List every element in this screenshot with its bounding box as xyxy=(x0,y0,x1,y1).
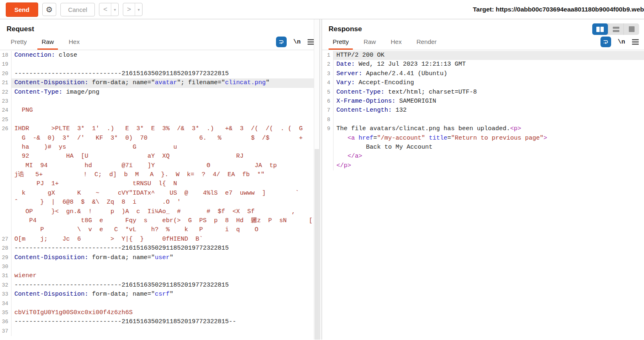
code-line[interactable]: 6X-Frame-Options: SAMEORIGIN xyxy=(322,97,644,106)
code-line[interactable]: PJ 1+ tRNSU l{ N xyxy=(0,179,320,188)
cancel-button[interactable]: Cancel xyxy=(60,3,95,16)
code-line[interactable]: 31wiener xyxy=(0,271,320,280)
request-wrap-toggle-button[interactable] xyxy=(276,37,287,47)
code-line[interactable]: 8 xyxy=(322,115,644,124)
request-settings-button[interactable]: ⚙ xyxy=(42,3,56,16)
code-line[interactable]: P \ v e C *vL h? % k P i q O xyxy=(0,225,320,234)
show-newlines-toggle[interactable]: \n xyxy=(618,39,625,46)
response-menu-button[interactable] xyxy=(632,39,639,45)
code-line[interactable]: </a> xyxy=(322,152,644,161)
line-number xyxy=(322,152,334,161)
code-line[interactable]: 35cbViT0IgU0Y1g00S0xc0xi00f4z6zh6S xyxy=(0,308,320,317)
tab-hex[interactable]: Hex xyxy=(64,36,84,50)
code-line[interactable]: 7Content-Length: 132 xyxy=(322,106,644,115)
line-text: X-Frame-Options: SAMEORIGIN xyxy=(334,97,644,106)
code-line[interactable]: 18Connection: close xyxy=(0,51,320,60)
forward-chevron-icon[interactable]: > xyxy=(123,3,135,16)
request-scrollbar[interactable] xyxy=(314,19,320,340)
code-line[interactable]: 3Server: Apache/2.4.41 (Ubuntu) xyxy=(322,69,644,78)
code-line[interactable]: 29Content-Disposition: form-data; name="… xyxy=(0,253,320,262)
line-number: 30 xyxy=(0,262,12,271)
line-text xyxy=(12,97,320,106)
line-text: <a href="/my-account" title="Return to p… xyxy=(334,134,644,143)
code-line[interactable]: 5Content-Type: text/html; charset=UTF-8 xyxy=(322,88,644,97)
request-scrollbar-thumb[interactable] xyxy=(315,149,319,340)
send-button[interactable]: Send xyxy=(6,2,38,17)
line-text: PNG xyxy=(12,106,320,115)
line-text xyxy=(334,115,644,124)
code-line[interactable]: P4 t8G e Fqy s ebr(> G PS p 8 Hd 軅z P sN… xyxy=(0,216,320,225)
code-line[interactable]: 33Content-Disposition: form-data; name="… xyxy=(0,290,320,299)
code-line[interactable]: ˆ } | 6@8 $ &\ Zq 8 i .O ' xyxy=(0,198,320,207)
line-text: MI 94 hd @7ï ]Y Θ JA tp n xyxy=(12,161,320,170)
line-text: -----------------------------21615163502… xyxy=(12,69,320,78)
response-wrap-toggle-button[interactable] xyxy=(600,37,611,47)
code-line[interactable]: OP }< gn.& ! p )A c Ii¼Ao_ # # $f <X Sf … xyxy=(0,207,320,216)
code-line[interactable]: 27O[m j; Jc 6 > Y|{ } 0fHIEND B` xyxy=(0,235,320,244)
line-text: cbViT0IgU0Y1g00S0xc0xi00f4z6zh6S xyxy=(12,308,320,317)
code-line[interactable]: 24 PNG xyxy=(0,106,320,115)
line-number xyxy=(0,189,12,198)
line-text: P4 t8G e Fqy s ebr(> G PS p 8 Hd 軅z P sN… xyxy=(12,216,320,225)
code-line[interactable]: <a href="/my-account" title="Return to p… xyxy=(322,134,644,143)
response-tabs: PrettyRawHexRender xyxy=(329,36,447,50)
view-rows-button[interactable] xyxy=(608,23,623,35)
code-line[interactable]: 22Content-Type: image/png xyxy=(0,88,320,97)
code-line[interactable]: 34 xyxy=(0,299,320,308)
view-columns-button[interactable] xyxy=(592,23,608,35)
code-line[interactable]: 25 xyxy=(0,115,320,124)
code-line[interactable]: 36-----------------------------216151635… xyxy=(0,317,320,326)
request-editor[interactable]: 18Connection: close1920-----------------… xyxy=(0,50,320,340)
code-line[interactable]: 1HTTP/2 200 OK xyxy=(322,51,644,60)
line-number: 25 xyxy=(0,115,12,124)
line-text: k gX K ~ cVY″IDATx^ US @ 4%lS e7 uwww ] … xyxy=(12,189,320,198)
code-line[interactable]: 37 xyxy=(0,327,320,336)
code-line[interactable]: 2Date: Wed, 12 Jul 2023 12:21:13 GMT xyxy=(322,60,644,69)
hamburger-icon xyxy=(632,39,639,45)
code-line[interactable]: 19 xyxy=(0,60,320,69)
request-pane: Request PrettyRawHex \n xyxy=(0,19,320,340)
tab-raw[interactable]: Raw xyxy=(37,36,58,50)
line-text: -----------------------------21615163502… xyxy=(12,317,320,326)
back-dropdown-caret-icon[interactable]: ▾ xyxy=(111,3,118,16)
code-line[interactable]: 23 xyxy=(0,97,320,106)
forward-split-button[interactable]: > ▾ xyxy=(123,3,143,16)
code-line[interactable]: 4Vary: Accept-Encoding xyxy=(322,78,644,87)
back-chevron-icon[interactable]: < xyxy=(99,3,111,16)
code-line[interactable]: 21Content-Disposition: form-data; name="… xyxy=(0,78,320,87)
request-header: Request PrettyRawHex \n xyxy=(0,19,320,50)
code-line[interactable]: 26IHDR >PLTE 3* 1' .) E 3* E 3% /& 3* .)… xyxy=(0,124,320,133)
code-line[interactable]: 32-----------------------------216151635… xyxy=(0,281,320,290)
code-line[interactable]: 30 xyxy=(0,262,320,271)
line-text: -----------------------------21615163502… xyxy=(12,281,320,290)
code-line[interactable]: k gX K ~ cVY″IDATx^ US @ 4%lS e7 uwww ] … xyxy=(0,189,320,198)
tab-render[interactable]: Render xyxy=(412,36,441,50)
back-split-button[interactable]: < ▾ xyxy=(99,3,119,16)
tab-hex[interactable]: Hex xyxy=(386,36,406,50)
code-line[interactable]: MI 94 hd @7ï ]Y Θ JA tp n xyxy=(0,161,320,170)
code-line[interactable]: j诰 5+ ! C; d] b M A }. W k= ? 4/ EA fb *… xyxy=(0,170,320,179)
code-line[interactable]: 28-----------------------------216151635… xyxy=(0,244,320,253)
show-newlines-toggle[interactable]: \n xyxy=(293,39,301,46)
line-text: 92 HA [U aY XQ RJ xyxy=(12,152,320,161)
response-editor[interactable]: 1HTTP/2 200 OK2Date: Wed, 12 Jul 2023 12… xyxy=(322,50,644,340)
line-text: Date: Wed, 12 Jul 2023 12:21:13 GMT xyxy=(334,60,644,69)
forward-dropdown-caret-icon[interactable]: ▾ xyxy=(135,3,142,16)
code-line[interactable]: 20-----------------------------216151635… xyxy=(0,69,320,78)
line-number: 21 xyxy=(0,78,12,87)
code-line[interactable]: </p> xyxy=(322,161,644,170)
tab-pretty[interactable]: Pretty xyxy=(7,36,31,50)
line-text: Vary: Accept-Encoding xyxy=(334,78,644,87)
code-line[interactable]: G -& 0) 3* /' KF 3* 0) 70 6. % $ /$ + xyxy=(0,134,320,143)
view-single-button[interactable] xyxy=(623,23,639,35)
line-number: 29 xyxy=(0,253,12,262)
code-line[interactable]: 9The file avatars/clincat.png has been u… xyxy=(322,124,644,133)
code-line[interactable]: 92 HA [U aY XQ RJ xyxy=(0,152,320,161)
tab-pretty[interactable]: Pretty xyxy=(329,36,353,50)
line-text xyxy=(12,115,320,124)
code-line[interactable]: Back to My Account xyxy=(322,143,644,152)
line-number: 2 xyxy=(322,60,334,69)
soft-wrap-icon xyxy=(603,39,609,45)
tab-raw[interactable]: Raw xyxy=(359,36,380,50)
code-line[interactable]: ha )# ys G u xyxy=(0,143,320,152)
